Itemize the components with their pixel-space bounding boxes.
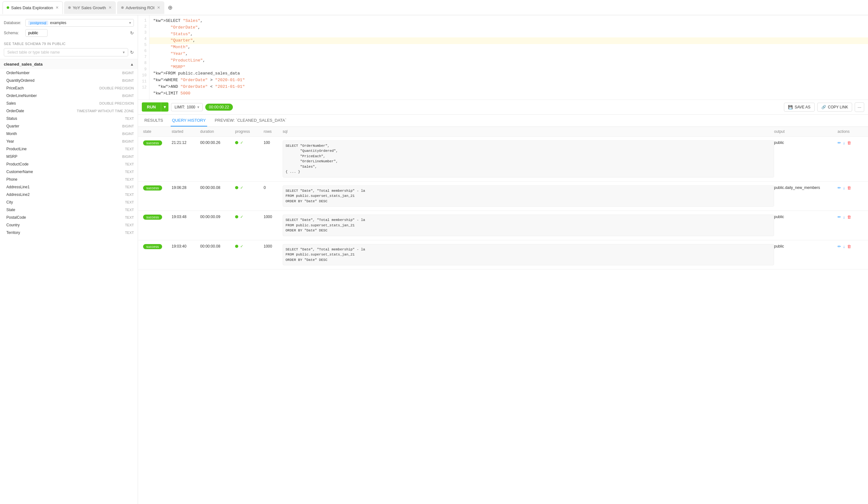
list-item[interactable]: AddressLine1 TEXT [0,183,138,191]
schema-item-name: CustomerName [6,170,33,174]
progress-check-icon: ✓ [240,186,243,190]
code-line: "Status", [153,31,864,38]
list-item[interactable]: Sales DOUBLE PRECISION [0,99,138,107]
list-item[interactable]: Quarter BIGINT [0,122,138,130]
schema-item-name: City [6,200,13,204]
limit-select[interactable]: LIMIT: 1000 ▾ [171,103,203,111]
tab-label-advertising: Advertising ROI [126,6,155,10]
list-item[interactable]: State TEXT [0,206,138,214]
delete-icon[interactable]: 🗑 [847,186,851,190]
results-tabs: RESULTS QUERY HISTORY PREVIEW: `CLEANED_… [138,115,868,127]
tab-sales-data[interactable]: Sales Data Exploration ✕ [2,1,63,14]
tab-label-yoy: YoY Sales Growth [73,6,106,10]
status-badge: success [143,244,162,249]
delete-icon[interactable]: 🗑 [847,140,851,145]
download-icon[interactable]: ↓ [843,214,845,219]
schema-item-type: BIGINT [122,78,134,82]
schema-group-name: cleaned_sales_data [4,62,42,66]
tab-label-sales: Sales Data Exploration [11,6,53,10]
download-icon[interactable]: ↓ [843,140,845,145]
list-item[interactable]: Phone TEXT [0,176,138,183]
row-output: public [774,140,838,145]
tab-close-advertising[interactable]: ✕ [157,6,160,10]
list-item[interactable]: CustomerName TEXT [0,168,138,176]
save-as-button[interactable]: 💾 SAVE AS [784,103,815,112]
row-state: success [143,244,172,249]
edit-icon[interactable]: ✏ [838,186,841,190]
schema-select[interactable]: public [25,29,48,37]
list-item[interactable]: Status TEXT [0,115,138,122]
schema-group-header[interactable]: cleaned_sales_data ▲ [0,59,138,69]
schema-list: cleaned_sales_data ▲ OrderNumber BIGINT … [0,59,138,504]
add-tab-button[interactable]: ⊕ [166,3,175,12]
tab-yoy-sales[interactable]: YoY Sales Growth ✕ [64,1,116,14]
list-item[interactable]: OrderNumber BIGINT [0,69,138,77]
tab-results[interactable]: RESULTS [143,115,164,126]
schema-item-name: Year [6,139,14,144]
edit-icon[interactable]: ✏ [838,214,841,219]
tab-preview[interactable]: PREVIEW: `CLEANED_SALES_DATA` [214,115,288,126]
schema-item-name: OrderLineNumber [6,94,37,98]
sql-snippet[interactable]: SELECT "Date", "Total membership" - la F… [283,186,774,207]
schema-item-type: TEXT [125,185,134,189]
run-button[interactable]: RUN ▾ [142,102,168,112]
tab-dot-sales [7,6,9,9]
sql-snippet[interactable]: SELECT "Date", "Total membership" - la F… [283,214,774,236]
list-item[interactable]: AddressLine2 TEXT [0,191,138,198]
list-item[interactable]: Month BIGINT [0,130,138,138]
database-select[interactable]: postgresql examples ▾ [25,19,134,27]
code-area[interactable]: "kw">SELECT "Sales", "OrderDate", "Statu… [149,15,868,99]
delete-icon[interactable]: 🗑 [847,244,851,249]
download-icon[interactable]: ↓ [843,244,845,249]
schema-item-name: Phone [6,177,18,182]
table-refresh-icon[interactable]: ↻ [130,50,134,55]
schema-item-type: TIMESTAMP WITHOUT TIME ZONE [77,109,134,113]
main-layout: Database: postgresql examples ▾ Schema: … [0,15,868,504]
list-item[interactable]: OrderDate TIMESTAMP WITHOUT TIME ZONE [0,107,138,115]
tab-close-sales[interactable]: ✕ [55,6,59,10]
list-item[interactable]: ProductCode TEXT [0,160,138,168]
list-item[interactable]: Country TEXT [0,221,138,229]
schema-item-name: MSRP [6,154,18,159]
tab-advertising[interactable]: Advertising ROI ✕ [117,1,164,14]
delete-icon[interactable]: 🗑 [847,214,851,219]
list-item[interactable]: Year BIGINT [0,138,138,145]
list-item[interactable]: MSRP BIGINT [0,153,138,160]
schema-refresh-icon[interactable]: ↻ [130,30,134,35]
sql-editor: 123456789101112 "kw">SELECT "Sales", "Or… [138,15,868,115]
download-icon[interactable]: ↓ [843,186,845,190]
edit-icon[interactable]: ✏ [838,244,841,249]
run-dropdown-icon[interactable]: ▾ [161,102,168,112]
row-sql: SELECT "Date", "Total membership" - la F… [283,186,774,207]
col-header-state: state [143,129,172,134]
limit-value: 1000 [187,105,195,109]
table-select-input[interactable]: Select table or type table name ▾ [4,48,128,56]
list-item[interactable]: OrderLineNumber BIGINT [0,92,138,99]
link-icon: 🔗 [822,105,826,109]
sql-snippet[interactable]: SELECT "OrderNumber", "QuantityOrdered",… [283,140,774,178]
list-item[interactable]: ProductLine TEXT [0,145,138,153]
line-numbers: 123456789101112 [138,15,149,99]
row-duration: 00:00:00.09 [200,214,235,219]
list-item[interactable]: Territory TEXT [0,229,138,237]
schema-item-name: OrderNumber [6,71,30,75]
list-item[interactable]: QuantityOrdered BIGINT [0,77,138,84]
db-chevron-icon: ▾ [129,21,131,25]
history-header: state started duration progress rows sql… [138,127,868,137]
edit-icon[interactable]: ✏ [838,140,841,145]
col-header-sql: sql [283,129,774,134]
copy-link-button[interactable]: 🔗 COPY LINK [817,103,852,112]
sql-snippet[interactable]: SELECT "Date", "Total membership" - la F… [283,244,774,266]
results-panel: RESULTS QUERY HISTORY PREVIEW: `CLEANED_… [138,115,868,504]
more-options-button[interactable]: ··· [855,102,864,112]
tab-query-history[interactable]: QUERY HISTORY [171,115,207,126]
row-state: success [143,186,172,190]
tab-close-yoy[interactable]: ✕ [108,6,112,10]
history-rows-container: success 21:21:12 00:00:00.26 ✓ 100 SELEC… [138,137,868,270]
schema-items-container: OrderNumber BIGINT QuantityOrdered BIGIN… [0,69,138,237]
run-label[interactable]: RUN [142,102,161,112]
list-item[interactable]: PriceEach DOUBLE PRECISION [0,84,138,92]
list-item[interactable]: City TEXT [0,198,138,206]
list-item[interactable]: PostalCode TEXT [0,214,138,221]
editor-content[interactable]: 123456789101112 "kw">SELECT "Sales", "Or… [138,15,868,99]
